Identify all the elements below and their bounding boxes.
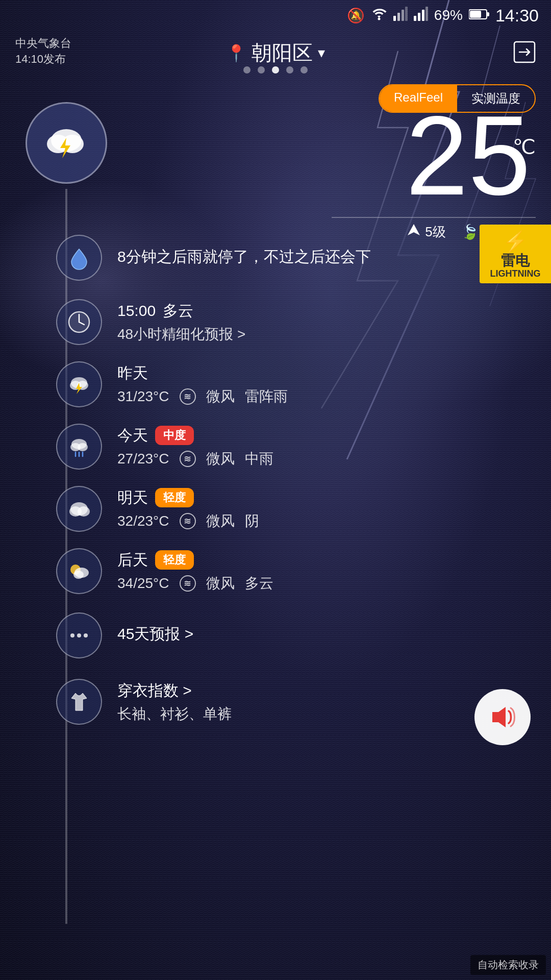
clock: 14:30 [495, 6, 539, 26]
yesterday-temp: 31/23°C [117, 388, 169, 405]
svg-point-38 [77, 633, 81, 638]
rain-drop-icon-circle [56, 235, 102, 281]
svg-rect-7 [422, 10, 424, 21]
svg-point-33 [78, 506, 90, 517]
temperature-value: 25 [406, 93, 531, 218]
tomorrow-weather: 阴 [245, 511, 259, 531]
dayafter-forecast-row: 后天 轻度 34/25°C ≋ 微风 多云 [0, 540, 551, 602]
lightning-zh-label: 雷电 [501, 254, 530, 268]
status-bar: 🔕 69% [0, 0, 551, 31]
today-weather: 中雨 [245, 449, 273, 469]
next-weather: 多云 [163, 301, 193, 322]
hourly-forecast-content: 15:00 多云 48小时精细化预报 > [117, 301, 536, 344]
watermark-text: 自动检索收录 [478, 958, 539, 972]
svg-rect-6 [418, 13, 420, 21]
share-button[interactable] [513, 41, 536, 68]
today-temp: 27/23°C [117, 451, 169, 467]
rain-cloud-icon-circle [56, 424, 102, 470]
extended-forecast-content: 45天预报 > [117, 624, 536, 648]
svg-rect-4 [405, 7, 408, 21]
wind-icon-today: ≋ [180, 451, 196, 467]
status-icons: 🔕 69% [347, 6, 539, 26]
battery-indicator: 69% [434, 7, 463, 23]
dayafter-weather: 多云 [245, 574, 273, 593]
today-label: 今天 中度 [117, 425, 536, 446]
lightning-en-label: LIGHTNING [490, 269, 541, 278]
next-time: 15:00 [117, 302, 156, 320]
dayafter-label: 后天 轻度 [117, 550, 536, 571]
location-bar[interactable]: 📍 朝阳区 ▾ [226, 39, 325, 67]
source-name: 中央气象台 [15, 36, 71, 52]
lightning-bolt-icon: ⚡ [503, 230, 528, 254]
today-forecast-row: 今天 中度 27/23°C ≋ 微风 中雨 [0, 415, 551, 478]
clothing-index-row[interactable]: 穿衣指数 > 长袖、衬衫、单裤 [0, 669, 551, 740]
page-dot-2[interactable] [258, 66, 265, 74]
rain-notice-text: 8分钟之后雨就停了，不过之后还会下 [117, 245, 536, 268]
clothing-desc: 长袖、衬衫、单裤 [117, 704, 536, 724]
signal1-icon [393, 7, 408, 24]
hourly-forecast-row[interactable]: 15:00 多云 48小时精细化预报 > [0, 291, 551, 353]
page-dot-4[interactable] [286, 66, 293, 74]
today-details: 27/23°C ≋ 微风 中雨 [117, 449, 536, 469]
battery-icon [469, 8, 489, 23]
temperature-display: 25 ℃ 5级 🍃 轻度 133 [332, 79, 536, 241]
yesterday-wind: 微风 [206, 387, 235, 406]
tomorrow-day: 明天 [117, 487, 148, 508]
today-day: 今天 [117, 425, 148, 446]
page-dot-3[interactable] [272, 66, 279, 74]
more-icon-circle [56, 612, 102, 658]
yesterday-details: 31/23°C ≋ 微风 雷阵雨 [117, 387, 536, 406]
yesterday-weather: 雷阵雨 [245, 387, 288, 406]
today-aqi-badge: 中度 [155, 426, 194, 445]
tomorrow-content: 明天 轻度 32/23°C ≋ 微风 阴 [117, 487, 536, 531]
cloudy-icon-circle [56, 486, 102, 532]
next-hour-forecast: 15:00 多云 [117, 301, 536, 322]
today-content: 今天 中度 27/23°C ≋ 微风 中雨 [117, 425, 536, 469]
tomorrow-temp: 32/23°C [117, 513, 169, 529]
dayafter-temp: 34/25°C [117, 575, 169, 592]
location-name[interactable]: 朝阳区 [252, 39, 313, 67]
svg-rect-11 [470, 11, 481, 18]
rain-notice-content: 8分钟之后雨就停了，不过之后还会下 [117, 245, 536, 271]
weather-source: 中央气象台 14:10发布 [15, 36, 71, 67]
dayafter-details: 34/25°C ≋ 微风 多云 [117, 574, 536, 593]
yesterday-forecast-row: 昨天 31/23°C ≋ 微风 雷阵雨 [0, 353, 551, 415]
partly-cloudy-icon-circle [56, 548, 102, 594]
page-dot-1[interactable] [243, 66, 251, 74]
svg-point-0 [378, 17, 380, 20]
tomorrow-aqi-badge: 轻度 [155, 488, 194, 507]
wifi-icon [371, 7, 387, 24]
dayafter-day: 后天 [117, 550, 148, 571]
svg-point-27 [78, 443, 88, 451]
clothing-content: 穿衣指数 > 长袖、衬衫、单裤 [117, 680, 536, 724]
watermark: 自动检索收录 [470, 955, 546, 975]
svg-rect-8 [425, 7, 428, 21]
content-area: 8分钟之后雨就停了，不过之后还会下 15:00 多云 48小时精细化预报 > [0, 230, 551, 740]
clothing-icon-circle [56, 679, 102, 725]
wind-icon-dayafter: ≋ [180, 575, 196, 592]
svg-rect-2 [397, 13, 400, 21]
page-dot-5[interactable] [300, 66, 308, 74]
hourly-detail-link[interactable]: 48小时精细化预报 > [117, 325, 536, 344]
clock-icon-circle [56, 299, 102, 345]
extended-forecast-label[interactable]: 45天预报 > [117, 624, 536, 645]
tomorrow-label: 明天 轻度 [117, 487, 536, 508]
wind-icon-tomorrow: ≋ [180, 513, 196, 529]
svg-rect-5 [414, 16, 416, 21]
publish-time: 14:10发布 [15, 52, 71, 67]
location-pin-icon: 📍 [226, 43, 246, 63]
extended-forecast-row[interactable]: 45天预报 > [0, 602, 551, 669]
sound-button[interactable] [474, 689, 531, 745]
chevron-down-icon[interactable]: ▾ [318, 44, 325, 61]
main-weather-icon [26, 102, 107, 184]
thunder-icon-circle [56, 361, 102, 407]
svg-point-37 [70, 633, 74, 638]
tomorrow-forecast-row: 明天 轻度 32/23°C ≋ 微风 阴 [0, 478, 551, 540]
clothing-title[interactable]: 穿衣指数 > [117, 680, 536, 701]
tomorrow-details: 32/23°C ≋ 微风 阴 [117, 511, 536, 531]
svg-rect-3 [402, 10, 404, 21]
temperature-unit: ℃ [513, 135, 536, 159]
dayafter-aqi-badge: 轻度 [155, 550, 194, 570]
lightning-alert-badge[interactable]: ⚡ 雷电 LIGHTNING [480, 225, 551, 283]
mute-icon: 🔕 [347, 7, 365, 24]
